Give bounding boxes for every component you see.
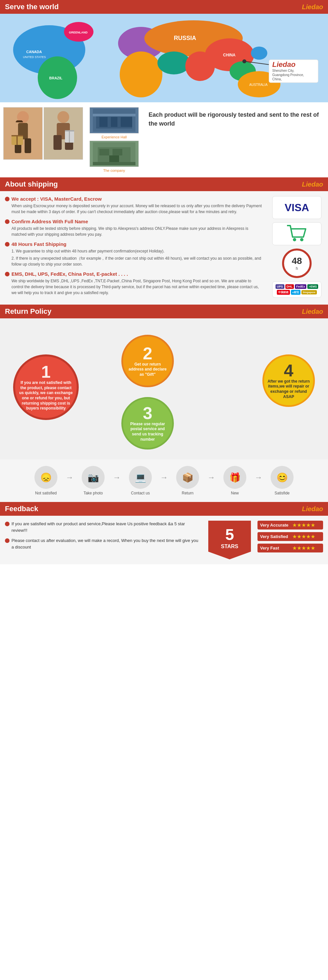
singapore-logo: Singapore: [301, 290, 317, 294]
svg-text:AUSTRALIA: AUSTRALIA: [249, 83, 267, 87]
satisfied-label: Satisfide: [274, 491, 290, 495]
serve-world-title: Serve the world: [5, 3, 59, 11]
ups-logo: UPS: [275, 284, 284, 289]
shipping-item-address: Confirm Address With Full Name All produ…: [5, 219, 264, 237]
shipping-content: We accept : VISA, MasterCard, Escrow Whe…: [0, 191, 328, 305]
contact-us-label: Contact us: [131, 491, 150, 495]
feedback-dot-1: [5, 522, 10, 526]
rating-label-1: Very Accurate: [260, 523, 290, 528]
serve-world-brand: Liedao: [302, 3, 323, 11]
shipping-item-48hours: 48 Hours Fast Shipping 1. We guarantee t…: [5, 241, 264, 267]
arrow-4: →: [207, 473, 215, 482]
process-row: 😞 Not satisfied → 📷 Take photo → 💻 Conta…: [0, 459, 328, 502]
process-not-satisfied: 😞 Not satisfied: [26, 466, 65, 495]
ratings-box: Very Accurate ★★★★★ Very Satisfied ★★★★★…: [258, 521, 323, 555]
shipping-item-1-title: We accept : VISA, MasterCard, Escrow: [5, 196, 264, 202]
return-content: 1 If you are not satisfied with the prod…: [0, 318, 328, 459]
satisfied-icon: 😊: [271, 466, 293, 489]
feedback-dot-2: [5, 538, 10, 543]
experience-hall-caption: Experience Hall: [89, 135, 139, 139]
russia-label: RUSSIA: [174, 35, 196, 41]
delivery-photos: [3, 107, 83, 160]
svg-rect-25: [16, 121, 23, 122]
contact-us-icon: 💻: [129, 466, 152, 489]
svg-rect-50: [93, 162, 135, 165]
greenland-label: GREENLAND: [69, 31, 88, 34]
return-icon: 📦: [176, 466, 199, 489]
serve-world-section: Serve the world Liedao CANADA UNITED STA…: [0, 0, 328, 177]
shipping-item-couriers: EMS, DHL, UPS, FedEx, China Post, E-pack…: [5, 271, 264, 296]
shipping-item-3-text2: 2. If there is any unexpected situation（…: [5, 255, 264, 267]
svg-text:Shenzhen City,: Shenzhen City,: [272, 69, 294, 72]
process-take-photo: 📷 Take photo: [73, 466, 113, 495]
product-tagline: Each product will be rigorously tested a…: [145, 107, 325, 132]
take-photo-icon: 📷: [82, 466, 105, 489]
rating-stars-2: ★★★★★: [292, 533, 315, 540]
return-label: Return: [182, 491, 194, 495]
cart-icon: [285, 224, 308, 243]
serve-world-header: Serve the world Liedao: [0, 0, 328, 14]
svg-point-32: [57, 111, 69, 123]
return-step-3: 3 Please use regular postal service and …: [121, 397, 174, 450]
svg-point-51: [293, 238, 296, 241]
svg-rect-44: [93, 114, 135, 116]
shipping-right: VISA 48 h UPS DHL FedEx ≡EMS 中: [271, 196, 323, 300]
feedback-title: Feedback: [5, 504, 38, 513]
shipping-item-1-text: When using Escrow,your money is deposite…: [5, 203, 264, 215]
svg-text:Guangdong Province,: Guangdong Province,: [272, 73, 304, 77]
process-new: 🎁 New: [215, 466, 255, 495]
not-satisfied-icon: 😞: [35, 466, 57, 489]
delivery-photo-2: [44, 107, 83, 160]
shipping-left: We accept : VISA, MasterCard, Escrow Whe…: [5, 196, 264, 300]
rating-label-3: Very Fast: [260, 546, 290, 550]
about-shipping-header: About shipping Liedao: [0, 177, 328, 191]
red-dot-2: [5, 220, 10, 224]
rating-label-2: Very Satisfied: [260, 534, 290, 539]
return-step-4: 4 After we got the return items,we will …: [263, 355, 315, 407]
fedex-logo: FedEx: [295, 284, 306, 289]
svg-rect-41: [99, 117, 108, 127]
hours-number: 48: [291, 256, 302, 266]
rating-stars-1: ★★★★★: [292, 522, 315, 528]
company-caption: The company: [89, 169, 139, 172]
cart-icon-box: [272, 222, 322, 245]
five-stars-box: 5 STARS: [208, 521, 251, 559]
return-steps-layout: 1 If you are not satisfied with the prod…: [6, 328, 322, 453]
svg-rect-42: [111, 117, 118, 127]
process-return: 📦 Return: [168, 466, 207, 495]
arrow-3: →: [160, 473, 168, 482]
arrow-2: →: [113, 473, 121, 482]
courier-logos: UPS DHL FedEx ≡EMS 中国邮政 e邮宝 Singapore: [272, 281, 322, 298]
dhl-logo: DHL: [285, 284, 294, 289]
shipping-item-visa: We accept : VISA, MasterCard, Escrow Whe…: [5, 196, 264, 215]
return-policy-header: Return Policy Liedao: [0, 305, 328, 318]
process-contact-us: 💻 Contact us: [121, 466, 160, 495]
feedback-item-2: Please contact us after evaluation, we w…: [5, 538, 202, 550]
take-photo-label: Take photo: [84, 491, 103, 495]
arrow-1: →: [65, 473, 73, 482]
company-photo: [89, 141, 139, 167]
delivery-photo-1: [3, 107, 43, 160]
rating-stars-3: ★★★★★: [292, 545, 315, 551]
svg-point-9: [158, 51, 190, 75]
svg-rect-48: [113, 149, 123, 156]
canada-label: CANADA: [26, 50, 42, 54]
visa-logo: VISA: [272, 196, 322, 219]
svg-text:BRAZIL: BRAZIL: [49, 76, 63, 80]
company-info-row: Experience Hall The company Each product…: [0, 102, 328, 177]
world-map-svg: CANADA UNITED STATES GREENLAND BRAZIL RU…: [0, 14, 328, 102]
red-dot-4: [5, 272, 10, 277]
shipping-item-3-text1: 1. We guarantee to ship out within 48 ho…: [5, 248, 264, 254]
epacket-logo: e邮宝: [291, 290, 300, 295]
new-icon: 🎁: [223, 466, 246, 489]
svg-rect-47: [99, 149, 109, 156]
experience-hall-photo: [89, 107, 139, 134]
shipping-item-2-title: Confirm Address With Full Name: [5, 219, 264, 224]
about-shipping-section: About shipping Liedao We accept : VISA, …: [0, 177, 328, 305]
svg-rect-31: [16, 135, 18, 145]
svg-rect-28: [25, 138, 31, 153]
rating-row-1: Very Accurate ★★★★★: [258, 521, 323, 530]
arrow-5: →: [255, 473, 263, 482]
return-step-2: 2 Get our return address and declare as …: [121, 335, 174, 387]
china-label: CHINA: [223, 53, 236, 57]
